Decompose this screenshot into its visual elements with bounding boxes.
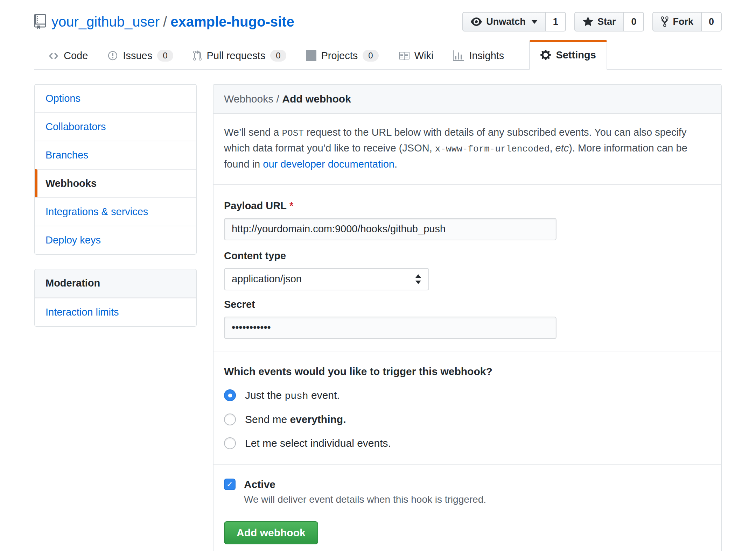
breadcrumb-separator: /: [273, 93, 282, 105]
fork-button-group: Fork 0: [652, 12, 722, 31]
description-text: ,: [550, 142, 555, 154]
description-text: .: [394, 158, 397, 170]
sidebar-item-collaborators[interactable]: Collaborators: [35, 112, 196, 141]
wiki-book-icon: [398, 50, 410, 62]
payload-url-label: Payload URL*: [224, 200, 710, 212]
tab-issues-label: Issues: [123, 50, 152, 62]
active-help-text: We will deliver event details when this …: [244, 494, 710, 505]
secret-input[interactable]: [224, 317, 556, 339]
stars-count[interactable]: 0: [624, 12, 644, 31]
git-pull-request-icon: [193, 50, 202, 61]
radio-everything-label[interactable]: Send me everything.: [245, 414, 346, 425]
sidebar-item-integrations[interactable]: Integrations & services: [35, 197, 196, 226]
tab-settings-label: Settings: [556, 49, 596, 61]
tab-code-label: Code: [64, 50, 88, 62]
secret-label: Secret: [224, 299, 710, 310]
repo-name-link[interactable]: example-hugo-site: [170, 14, 294, 29]
repo-actions: Unwatch 1 Star 0 Fork 0: [462, 12, 722, 31]
required-asterisk: *: [289, 200, 293, 211]
star-icon: [583, 16, 593, 28]
tab-pull-requests-label: Pull requests: [207, 50, 266, 62]
push-code: push: [285, 391, 308, 402]
tab-projects-label: Projects: [321, 50, 358, 62]
issue-opened-icon: [107, 50, 118, 61]
everything-bold: everything.: [290, 414, 346, 425]
active-row: ✓ Active: [224, 479, 710, 490]
unwatch-button[interactable]: Unwatch: [462, 12, 546, 31]
radio-option-everything: Send me everything.: [224, 414, 710, 425]
post-code: POST: [282, 128, 304, 139]
section-divider: [214, 352, 721, 352]
fork-button[interactable]: Fork: [652, 12, 702, 31]
sidebar-item-branches[interactable]: Branches: [35, 141, 196, 169]
radio-individual[interactable]: [224, 437, 236, 449]
radio-everything[interactable]: [224, 414, 236, 425]
star-button[interactable]: Star: [574, 12, 624, 31]
content-type-label: Content type: [224, 250, 710, 262]
repo-header: your_github_user/example-hugo-site Unwat…: [34, 12, 722, 31]
tab-projects[interactable]: Projects 0: [296, 41, 388, 70]
add-webhook-panel: Webhooks / Add webhook We’ll send a POST…: [213, 84, 722, 551]
sidebar-item-webhooks[interactable]: Webhooks: [35, 169, 196, 197]
tab-insights-label: Insights: [469, 50, 504, 62]
unwatch-label: Unwatch: [486, 16, 526, 27]
star-button-group: Star 0: [574, 12, 644, 31]
forks-count[interactable]: 0: [702, 12, 722, 31]
tab-wiki-label: Wiki: [414, 50, 434, 62]
moderation-menu: Moderation Interaction limits: [34, 269, 197, 327]
caret-down-icon: [531, 20, 538, 24]
content-type-value: application/json: [232, 273, 302, 285]
watch-button-group: Unwatch 1: [462, 12, 566, 31]
tab-code[interactable]: Code: [38, 42, 98, 70]
tab-wiki[interactable]: Wiki: [388, 42, 443, 70]
settings-content: Options Collaborators Branches Webhooks …: [34, 84, 722, 551]
github-repo-settings-page: your_github_user/example-hugo-site Unwat…: [0, 0, 756, 551]
webhook-form: Payload URL* Content type application/js…: [214, 185, 721, 551]
issues-count-badge: 0: [157, 50, 173, 62]
settings-sidebar: Options Collaborators Branches Webhooks …: [34, 84, 197, 341]
webhook-description: We’ll send a POST request to the URL bel…: [214, 114, 721, 185]
tab-pull-requests[interactable]: Pull requests 0: [183, 41, 296, 70]
eye-icon: [471, 16, 482, 27]
radio-option-push: Just the push event.: [224, 389, 710, 402]
tab-settings[interactable]: Settings: [529, 40, 607, 70]
settings-menu: Options Collaborators Branches Webhooks …: [34, 84, 197, 255]
tab-insights[interactable]: Insights: [443, 42, 514, 70]
projects-count-badge: 0: [363, 50, 378, 62]
pull-requests-count-badge: 0: [270, 50, 286, 62]
developer-documentation-link[interactable]: our developer documentation: [263, 158, 394, 170]
breadcrumb-webhooks[interactable]: Webhooks: [224, 93, 273, 105]
active-checkbox[interactable]: ✓: [224, 479, 236, 490]
repo-title: your_github_user/example-hugo-site: [34, 13, 294, 30]
content-type-select[interactable]: application/json: [224, 268, 429, 290]
watchers-count[interactable]: 1: [546, 12, 566, 31]
radio-push[interactable]: [224, 389, 236, 401]
radio-option-individual: Let me select individual events.: [224, 437, 710, 449]
moderation-header: Moderation: [35, 269, 196, 298]
sidebar-item-options[interactable]: Options: [35, 85, 196, 112]
select-caret-icon: [415, 274, 421, 284]
sidebar-item-interaction-limits[interactable]: Interaction limits: [35, 298, 196, 326]
events-question: Which events would you like to trigger t…: [224, 366, 710, 377]
active-label[interactable]: Active: [244, 479, 275, 490]
repo-separator: /: [163, 14, 167, 29]
description-text: We’ll send a: [224, 127, 282, 138]
repo-owner-link[interactable]: your_github_user: [51, 14, 160, 29]
repo-book-icon: [34, 14, 46, 29]
tab-issues[interactable]: Issues 0: [98, 41, 183, 70]
fork-icon: [661, 16, 668, 28]
sidebar-item-deploy-keys[interactable]: Deploy keys: [35, 226, 196, 254]
star-label: Star: [597, 16, 616, 27]
payload-url-input[interactable]: [224, 218, 556, 240]
radio-individual-label[interactable]: Let me select individual events.: [245, 437, 391, 449]
radio-push-label[interactable]: Just the push event.: [245, 389, 340, 402]
breadcrumb-current: Add webhook: [282, 93, 351, 105]
active-block: ✓ Active We will deliver event details w…: [224, 465, 710, 551]
gear-icon: [540, 49, 551, 61]
etc-italic: etc: [555, 142, 569, 154]
code-icon: [48, 51, 59, 61]
project-icon: [306, 50, 316, 61]
repo-nav: Code Issues 0 Pull requests 0 Projects 0…: [34, 40, 722, 70]
graph-icon: [453, 50, 464, 62]
add-webhook-button[interactable]: Add webhook: [224, 521, 318, 544]
